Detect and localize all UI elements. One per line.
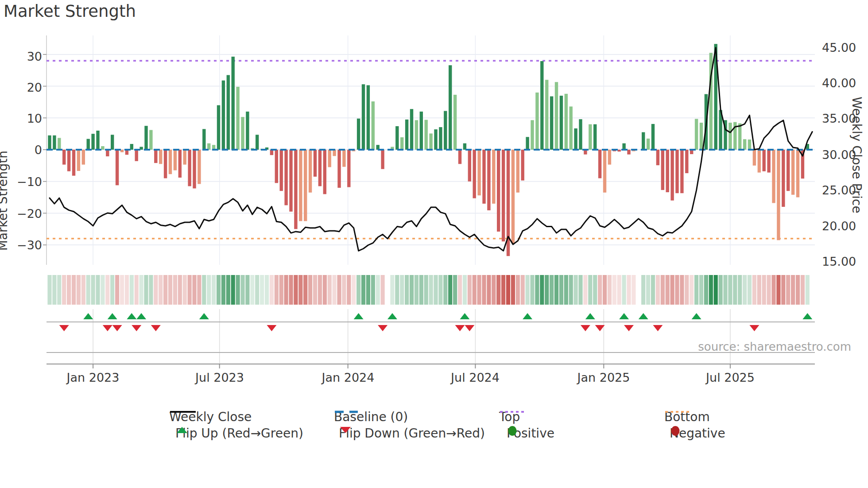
x-tick: Jul 2024: [451, 371, 500, 384]
flip-up-marker: [354, 313, 364, 319]
y-left-tick: 10: [2, 112, 42, 125]
flip-down-marker: [653, 325, 663, 331]
flip-down-marker: [624, 325, 634, 331]
flip-up-marker: [199, 313, 209, 319]
source-credit: source: sharemaestro.com: [698, 340, 851, 353]
x-tick: Jul 2023: [195, 371, 244, 384]
x-tick: Jan 2024: [322, 371, 375, 384]
flip-up-marker: [692, 313, 701, 319]
y-right-tick: 45.00: [822, 41, 856, 54]
y-right-tick: 20.00: [822, 219, 856, 233]
flip-up-marker: [585, 313, 595, 319]
y-right-axis-label: Weekly Close Price: [849, 97, 864, 213]
flip-down-marker: [267, 325, 276, 331]
x-tick: Jan 2023: [67, 371, 120, 384]
legend-top[interactable]: Top: [499, 409, 520, 424]
legend-negative[interactable]: Negative: [670, 426, 725, 441]
x-tick: Jul 2025: [706, 371, 755, 384]
y-right-tick: 15.00: [822, 255, 856, 268]
flip-up-marker: [108, 313, 117, 319]
flip-down-marker: [749, 325, 759, 331]
legend-bottom[interactable]: Bottom: [664, 409, 710, 424]
flip-down-marker: [132, 325, 141, 331]
flip-down-marker: [455, 325, 465, 331]
flip-down-marker: [112, 325, 122, 331]
legend-positive[interactable]: Positive: [507, 426, 554, 441]
y-left-axis-label: Market Strength: [0, 151, 10, 251]
flip-up-marker: [523, 313, 532, 319]
flip-down-marker: [581, 325, 590, 331]
chart-canvas[interactable]: [0, 0, 868, 488]
flip-up-marker: [388, 313, 397, 319]
flip-up-marker: [460, 313, 469, 319]
legend-flip-down[interactable]: Flip Down (Green→Red): [339, 426, 485, 441]
legend-weekly-close[interactable]: Weekly Close: [169, 409, 252, 424]
flip-up-marker: [136, 313, 146, 319]
market-strength-figure: Market Strength 30 20 10 0 −10 −20 −30 4…: [0, 0, 868, 488]
flip-down-marker: [151, 325, 161, 331]
y-left-tick: 20: [2, 81, 42, 94]
flip-down-marker: [465, 325, 474, 331]
flip-down-marker: [378, 325, 388, 331]
legend-baseline[interactable]: Baseline (0): [334, 409, 408, 424]
flip-up-marker: [127, 313, 136, 319]
flip-up-marker: [802, 313, 812, 319]
flip-down-marker: [595, 325, 605, 331]
flip-down-marker: [103, 325, 112, 331]
y-left-tick: 30: [2, 50, 42, 63]
flip-up-marker: [619, 313, 629, 319]
flip-up-marker: [639, 313, 648, 319]
y-right-tick: 40.00: [822, 76, 856, 90]
flip-up-marker: [83, 313, 93, 319]
legend-flip-up[interactable]: Flip Up (Red→Green): [175, 426, 303, 441]
x-tick: Jan 2025: [577, 371, 630, 384]
flip-down-marker: [59, 325, 69, 331]
